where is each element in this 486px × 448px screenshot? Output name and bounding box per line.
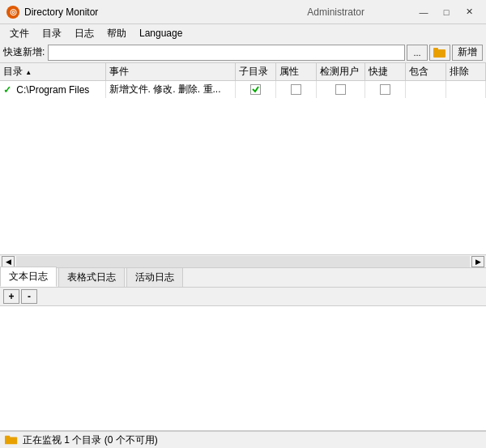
- svg-rect-1: [433, 48, 438, 51]
- row-shortcut: [364, 81, 405, 99]
- col-header-exclude[interactable]: 排除: [446, 63, 486, 81]
- attr-checkbox[interactable]: [291, 84, 301, 95]
- bottom-panel: 文本日志表格式日志活动日志 + -: [0, 268, 486, 430]
- col-header-event[interactable]: 事件: [105, 63, 235, 81]
- minimize-button[interactable]: —: [413, 4, 434, 20]
- user-checkbox[interactable]: [335, 84, 346, 95]
- app-icon: ◎: [6, 6, 19, 19]
- quick-add-label: 快速新增:: [3, 45, 45, 59]
- new-button[interactable]: 新增: [452, 45, 483, 61]
- tab-table-log[interactable]: 表格式日志: [58, 267, 125, 287]
- quick-add-bar: 快速新增: ... 新增: [0, 42, 486, 63]
- subdir-checkbox[interactable]: [250, 84, 261, 95]
- horizontal-scrollbar: ◀ ▶: [0, 255, 486, 268]
- browse-button[interactable]: ...: [407, 45, 428, 61]
- log-content[interactable]: [0, 306, 486, 430]
- row-event: 新增文件. 修改. 删除. 重...: [105, 81, 235, 99]
- menu-item-log[interactable]: 日志: [68, 25, 100, 42]
- row-subdir: [235, 81, 275, 99]
- log-add-button[interactable]: +: [3, 289, 19, 304]
- col-header-dir[interactable]: 目录 ▲: [0, 63, 105, 81]
- scroll-left-button[interactable]: ◀: [2, 256, 15, 267]
- log-tabs: 文本日志表格式日志活动日志: [0, 268, 486, 288]
- row-exclude: [446, 81, 486, 99]
- scroll-right-button[interactable]: ▶: [471, 256, 484, 267]
- col-header-include[interactable]: 包含: [405, 63, 446, 81]
- table-row[interactable]: ✓ C:\Program Files 新增文件. 修改. 删除. 重...: [0, 81, 486, 99]
- row-include: [405, 81, 446, 99]
- status-folder-icon: [5, 434, 18, 446]
- menu-bar: 文件目录日志帮助Language: [0, 24, 486, 42]
- row-attr: [275, 81, 316, 99]
- log-toolbar: + -: [0, 288, 486, 306]
- folder-button[interactable]: [429, 45, 450, 61]
- menu-item-file[interactable]: 文件: [3, 25, 36, 42]
- directory-table[interactable]: 目录 ▲ 事件 子目录 属性 检测用户: [0, 63, 486, 255]
- col-header-subdir[interactable]: 子目录: [235, 63, 275, 81]
- table-body: ✓ C:\Program Files 新增文件. 修改. 删除. 重...: [0, 81, 486, 99]
- status-text: 正在监视 1 个目录 (0 个不可用): [23, 433, 158, 447]
- app-title: Directory Monitor: [24, 6, 291, 18]
- title-bar: ◎ Directory Monitor Administrator — □ ✕: [0, 0, 486, 24]
- browse-label: ...: [413, 48, 420, 58]
- main-area: 目录 ▲ 事件 子目录 属性 检测用户: [0, 63, 486, 268]
- shortcut-checkbox[interactable]: [380, 84, 390, 95]
- maximize-button[interactable]: □: [436, 4, 457, 20]
- quick-add-input[interactable]: [48, 45, 405, 61]
- col-header-user[interactable]: 检测用户: [316, 63, 364, 81]
- menu-item-help[interactable]: 帮助: [100, 25, 133, 42]
- svg-rect-3: [5, 436, 10, 439]
- scroll-track[interactable]: [16, 256, 470, 267]
- menu-item-directory[interactable]: 目录: [36, 25, 68, 42]
- row-dir: ✓ C:\Program Files: [0, 81, 105, 99]
- admin-label: Administrator: [307, 6, 364, 18]
- col-header-attr[interactable]: 属性: [275, 63, 316, 81]
- log-remove-button[interactable]: -: [21, 289, 37, 304]
- tab-text-log[interactable]: 文本日志: [0, 267, 57, 287]
- close-button[interactable]: ✕: [458, 4, 480, 20]
- tab-activity-log[interactable]: 活动日志: [126, 267, 183, 287]
- table-header: 目录 ▲ 事件 子目录 属性 检测用户: [0, 63, 486, 81]
- row-user: [316, 81, 364, 99]
- window-controls: — □ ✕: [413, 4, 480, 20]
- col-header-shortcut[interactable]: 快捷: [364, 63, 405, 81]
- menu-item-language[interactable]: Language: [133, 26, 189, 41]
- status-bar: 正在监视 1 个目录 (0 个不可用): [0, 430, 486, 448]
- folder-icon: [433, 47, 446, 58]
- row-check-icon: ✓: [3, 84, 11, 96]
